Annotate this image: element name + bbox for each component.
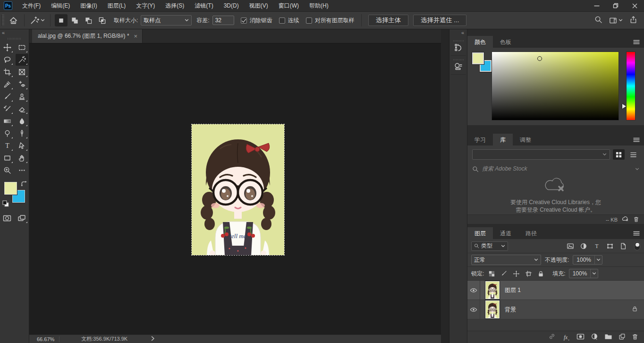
blur-tool[interactable] — [16, 115, 28, 127]
properties-panel-button[interactable] — [451, 56, 466, 75]
layer1-thumbnail[interactable] — [485, 281, 500, 299]
menu-help[interactable]: 帮助(H) — [304, 0, 334, 12]
blend-mode-dropdown[interactable]: 正常 — [471, 255, 541, 265]
new-group-icon[interactable] — [604, 333, 612, 342]
eraser-tool[interactable] — [16, 103, 28, 115]
document-tab[interactable]: alal.jpg @ 66.7% (图层 1, RGB/8#) * × — [32, 29, 143, 43]
menu-view[interactable]: 视图(V) — [244, 0, 273, 12]
filter-smart-objects-icon[interactable] — [618, 241, 628, 251]
layer1-name[interactable]: 图层 1 — [505, 286, 644, 294]
contiguous-option[interactable]: 连续 — [279, 17, 299, 25]
background-name[interactable]: 背景 — [505, 306, 632, 314]
menu-3d[interactable]: 3D(D) — [219, 0, 244, 12]
tab-channels[interactable]: 通道 — [493, 227, 518, 239]
layer-filter-type-dropdown[interactable]: 类型 — [471, 241, 508, 251]
minimize-button[interactable] — [587, 0, 606, 12]
tab-layers[interactable]: 图层 — [467, 227, 493, 239]
select-subject-button[interactable]: 选择主体 — [368, 15, 408, 26]
frame-tool[interactable] — [16, 66, 28, 78]
color-field-cursor[interactable] — [537, 56, 542, 61]
new-layer-icon[interactable] — [619, 333, 626, 342]
rectangle-shape-tool[interactable] — [1, 152, 14, 164]
dock-collapse-button[interactable]: « — [449, 29, 467, 37]
hue-slider[interactable] — [627, 52, 635, 120]
crop-tool[interactable] — [1, 66, 14, 78]
color-field[interactable] — [492, 52, 619, 120]
layer-row-layer1[interactable]: 图层 1 — [467, 281, 644, 300]
zoom-tool[interactable] — [1, 164, 14, 176]
opacity-dropdown[interactable]: 100% — [573, 255, 602, 265]
sample-all-layers-checkbox[interactable] — [306, 17, 312, 24]
libraries-panel-menu-icon[interactable] — [633, 137, 640, 144]
background-thumbnail[interactable] — [485, 300, 500, 318]
library-select-dropdown[interactable] — [472, 149, 610, 160]
hand-tool[interactable] — [16, 152, 28, 164]
search-icon[interactable] — [594, 16, 602, 25]
filter-adjustment-layers-icon[interactable] — [578, 241, 588, 251]
lock-all-icon[interactable] — [536, 269, 545, 278]
fill-dropdown[interactable]: 100% — [569, 269, 599, 278]
filter-pixel-layers-icon[interactable] — [565, 241, 575, 251]
tab-paths[interactable]: 路径 — [518, 227, 544, 239]
sample-all-layers-option[interactable]: 对所有图层取样 — [306, 17, 355, 25]
eyedropper-tool[interactable] — [1, 78, 14, 90]
menu-window[interactable]: 窗口(W) — [273, 0, 304, 12]
workspace-switcher-icon[interactable] — [609, 17, 623, 25]
delete-layer-icon[interactable] — [632, 333, 638, 342]
background-visibility-eye-icon[interactable] — [467, 300, 480, 319]
lock-pixels-icon[interactable] — [500, 269, 508, 278]
filter-type-layers-icon[interactable]: T — [592, 241, 602, 251]
default-colors-icon[interactable] — [2, 200, 9, 208]
menu-type[interactable]: 文字(Y) — [131, 0, 160, 12]
options-bar-grip[interactable] — [1, 15, 4, 26]
tools-collapse-button[interactable]: « — [0, 29, 29, 37]
tolerance-input[interactable] — [212, 16, 234, 25]
document-tab-close-icon[interactable]: × — [134, 33, 138, 40]
list-view-button[interactable] — [627, 149, 639, 160]
sample-size-dropdown[interactable]: 取样点 — [141, 15, 192, 26]
foreground-color-swatch[interactable] — [4, 182, 17, 195]
swap-colors-icon[interactable] — [21, 180, 27, 188]
tab-color[interactable]: 颜色 — [467, 36, 493, 48]
lock-position-icon[interactable] — [512, 269, 521, 278]
history-panel-button[interactable] — [451, 37, 466, 56]
share-icon[interactable] — [629, 16, 637, 25]
layers-panel-menu-icon[interactable] — [633, 231, 640, 238]
anti-alias-checkbox[interactable] — [241, 17, 247, 24]
more-tools-button[interactable] — [16, 164, 28, 176]
color-panel-menu-icon[interactable] — [633, 39, 640, 46]
tools-panel-grip[interactable] — [8, 38, 22, 40]
quick-mask-button[interactable] — [1, 212, 14, 224]
tab-adjustments[interactable]: 调整 — [513, 134, 538, 146]
brush-tool[interactable] — [1, 91, 14, 103]
dock-divider[interactable] — [441, 29, 449, 343]
panel-foreground-swatch[interactable] — [472, 52, 484, 64]
type-tool[interactable]: T — [1, 140, 14, 152]
tool-preset-magic-wand[interactable] — [28, 14, 46, 27]
dodge-tool[interactable] — [1, 128, 14, 139]
hue-slider-pointer[interactable] — [622, 104, 626, 109]
menu-file[interactable]: 文件(F) — [17, 0, 46, 12]
close-button[interactable] — [625, 0, 644, 12]
history-brush-tool[interactable] — [1, 103, 14, 115]
tab-libraries[interactable]: 库 — [493, 134, 513, 146]
menu-select[interactable]: 选择(S) — [160, 0, 189, 12]
anti-alias-option[interactable]: 消除锯齿 — [241, 17, 272, 25]
path-selection-tool[interactable] — [16, 140, 28, 152]
rectangular-marquee-tool[interactable] — [16, 42, 28, 53]
menu-image[interactable]: 图像(I) — [75, 0, 102, 12]
layer-filter-toggle[interactable] — [634, 241, 640, 250]
new-adjustment-layer-icon[interactable] — [591, 333, 598, 342]
home-button[interactable] — [6, 14, 20, 27]
cc-sync-icon[interactable] — [622, 216, 629, 223]
screen-mode-button[interactable] — [16, 212, 28, 224]
canvas-area[interactable] — [29, 43, 441, 334]
select-and-mask-button[interactable]: 选择并遮住 ... — [413, 15, 466, 26]
new-selection-mode-button[interactable] — [55, 14, 68, 26]
contiguous-checkbox[interactable] — [279, 17, 285, 24]
menu-filter[interactable]: 滤镜(T) — [189, 0, 218, 12]
library-trash-icon[interactable] — [633, 216, 639, 223]
tab-learn[interactable]: 学习 — [467, 134, 493, 146]
link-layers-icon[interactable] — [548, 333, 556, 342]
intersect-selection-mode-button[interactable] — [96, 14, 109, 26]
